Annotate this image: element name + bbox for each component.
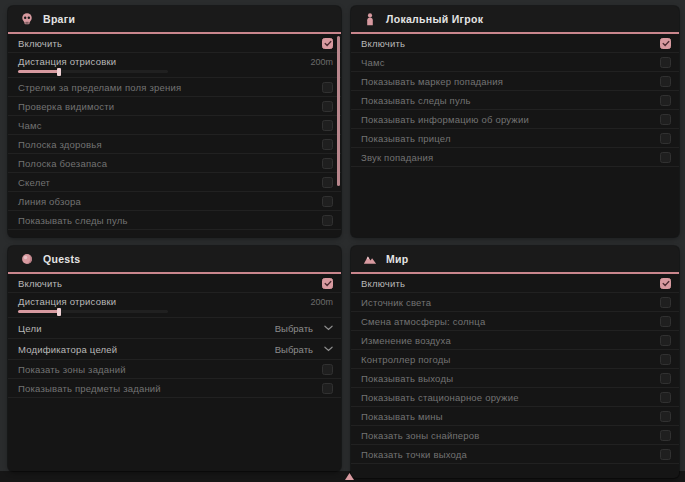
- chevron-down-icon: [324, 346, 333, 352]
- check-icon: [324, 280, 332, 287]
- checkbox[interactable]: [322, 38, 333, 49]
- checkbox[interactable]: [322, 158, 333, 169]
- checkbox[interactable]: [322, 215, 333, 226]
- settings-row: Включить: [8, 34, 341, 53]
- setting-label: Показывать следы пуль: [18, 215, 128, 226]
- settings-row: Смена атмосферы: солнца: [351, 312, 679, 331]
- checkbox[interactable]: [660, 297, 671, 308]
- setting-label: Показать зоны снайперов: [361, 430, 480, 441]
- setting-label: Включить: [361, 38, 405, 49]
- settings-row: Показать точки выхода: [351, 445, 679, 464]
- checkbox[interactable]: [660, 316, 671, 327]
- checkbox[interactable]: [660, 38, 671, 49]
- setting-label: Чамс: [361, 57, 385, 68]
- setting-label: Проверка видимости: [18, 101, 114, 112]
- checkbox[interactable]: [322, 82, 333, 93]
- setting-label: Показывать мины: [361, 411, 443, 422]
- checkbox[interactable]: [322, 120, 333, 131]
- dropdown-select[interactable]: Выбрать: [275, 323, 333, 334]
- skull-icon: [20, 12, 34, 26]
- settings-row: Полоска боезапаса: [8, 154, 341, 173]
- slider-handle[interactable]: [57, 68, 61, 76]
- panel-title: Мир: [386, 253, 409, 265]
- panel-world: Мир ВключитьИсточник светаСмена атмосфер…: [351, 246, 679, 478]
- check-icon: [662, 40, 670, 47]
- checkbox[interactable]: [322, 383, 333, 394]
- panel-local-player-header: Локальный Игрок: [351, 6, 679, 34]
- settings-row: Включить: [8, 274, 341, 293]
- checkbox[interactable]: [322, 177, 333, 188]
- slider-fill: [18, 70, 59, 73]
- setting-label: Источник света: [361, 297, 431, 308]
- setting-label: Дистанция отрисовки: [18, 56, 116, 67]
- checkbox[interactable]: [660, 57, 671, 68]
- checkbox[interactable]: [660, 133, 671, 144]
- settings-row: Стрелки за пределами поля зрения: [8, 78, 341, 97]
- panel-quests-header: Quests: [8, 246, 341, 274]
- slider-track[interactable]: [18, 310, 168, 313]
- panel-enemies: Враги ВключитьДистанция отрисовки200mСтр…: [8, 6, 341, 237]
- checkbox[interactable]: [660, 335, 671, 346]
- checkbox[interactable]: [660, 411, 671, 422]
- setting-label: Контроллер погоды: [361, 354, 451, 365]
- setting-label: Смена атмосферы: солнца: [361, 316, 485, 327]
- checkbox[interactable]: [660, 278, 671, 289]
- checkbox[interactable]: [660, 76, 671, 87]
- checkbox[interactable]: [660, 392, 671, 403]
- checkbox[interactable]: [660, 373, 671, 384]
- checkbox[interactable]: [660, 354, 671, 365]
- checkbox[interactable]: [660, 449, 671, 460]
- checkbox[interactable]: [322, 278, 333, 289]
- slider-handle[interactable]: [57, 308, 61, 316]
- slider-label-line: Дистанция отрисовки200m: [18, 55, 333, 68]
- dropdown-select[interactable]: Выбрать: [275, 344, 333, 355]
- settings-row: Чамс: [351, 53, 679, 72]
- settings-row: Изменение воздуха: [351, 331, 679, 350]
- panel-world-header: Мир: [351, 246, 679, 274]
- setting-label: Модификатора целей: [18, 344, 117, 355]
- settings-row: Показать зоны заданий: [8, 360, 341, 379]
- setting-label: Показывать следы пуль: [361, 95, 471, 106]
- panel-quests-body: ВключитьДистанция отрисовки200mЦелиВыбра…: [8, 274, 341, 398]
- checkbox[interactable]: [322, 139, 333, 150]
- settings-row: Показывать информацию об оружии: [351, 110, 679, 129]
- panel-enemies-body: ВключитьДистанция отрисовки200mСтрелки з…: [8, 34, 341, 230]
- mountains-icon: [363, 252, 377, 266]
- setting-label: Скелет: [18, 177, 50, 188]
- check-icon: [662, 280, 670, 287]
- settings-row: Дистанция отрисовки200m: [8, 53, 341, 78]
- quest-sphere-icon: [20, 252, 34, 266]
- settings-row: Показать зоны снайперов: [351, 426, 679, 445]
- panel-title: Враги: [43, 13, 75, 25]
- checkbox[interactable]: [660, 430, 671, 441]
- slider-label-line: Дистанция отрисовки200m: [18, 295, 333, 308]
- checkbox[interactable]: [660, 152, 671, 163]
- settings-row: Линия обзора: [8, 192, 341, 211]
- settings-row: Показывать выходы: [351, 369, 679, 388]
- setting-label: Включить: [18, 38, 62, 49]
- checkbox[interactable]: [660, 95, 671, 106]
- checkbox[interactable]: [322, 196, 333, 207]
- settings-row: Показывать следы пуль: [8, 211, 341, 230]
- settings-row: Источник света: [351, 293, 679, 312]
- settings-row: Показывать мины: [351, 407, 679, 426]
- checkbox[interactable]: [660, 114, 671, 125]
- checkbox[interactable]: [322, 364, 333, 375]
- check-icon: [324, 40, 332, 47]
- panel-local-player: Локальный Игрок ВключитьЧамсПоказывать м…: [351, 6, 679, 237]
- slider-track[interactable]: [18, 70, 168, 73]
- setting-label: Линия обзора: [18, 196, 81, 207]
- setting-label: Полоска боезапаса: [18, 158, 107, 169]
- scrollbar[interactable]: [337, 36, 340, 186]
- chevron-down-icon: [324, 325, 333, 331]
- panel-title: Локальный Игрок: [386, 13, 483, 25]
- setting-label: Полоска здоровья: [18, 139, 102, 150]
- settings-row: Скелет: [8, 173, 341, 192]
- panel-world-body: ВключитьИсточник светаСмена атмосферы: с…: [351, 274, 679, 464]
- setting-label: Показывать прицел: [361, 133, 451, 144]
- setting-label: Включить: [18, 278, 62, 289]
- setting-label: Чамс: [18, 120, 42, 131]
- setting-label: Изменение воздуха: [361, 335, 451, 346]
- settings-row: Чамс: [8, 116, 341, 135]
- checkbox[interactable]: [322, 101, 333, 112]
